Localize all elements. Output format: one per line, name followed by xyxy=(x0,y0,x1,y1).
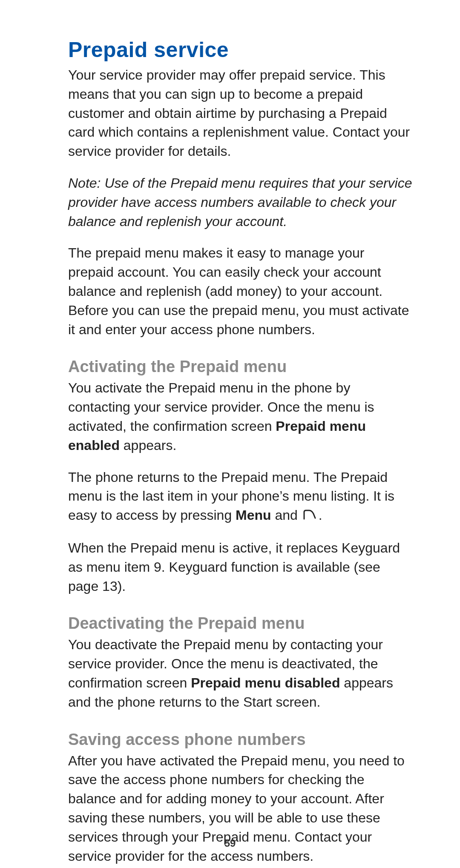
page-number: 59 xyxy=(0,837,460,849)
activating-p3: When the Prepaid menu is active, it repl… xyxy=(68,539,412,596)
heading-activating: Activating the Prepaid menu xyxy=(68,358,412,376)
bold-text: Prepaid menu disabled xyxy=(191,675,340,690)
up-arrow-icon xyxy=(303,507,317,526)
overview-paragraph: The prepaid menu makes it easy to manage… xyxy=(68,243,412,339)
heading-saving: Saving access phone numbers xyxy=(68,730,412,749)
document-page: Prepaid service Your service provider ma… xyxy=(0,0,460,868)
intro-paragraph: Your service provider may offer prepaid … xyxy=(68,66,412,161)
heading-deactivating: Deactivating the Prepaid menu xyxy=(68,614,412,633)
activating-p1: You activate the Prepaid menu in the pho… xyxy=(68,378,412,455)
activating-p2: The phone returns to the Prepaid menu. T… xyxy=(68,468,412,526)
note-paragraph: Note: Use of the Prepaid menu requires t… xyxy=(68,174,412,231)
page-title: Prepaid service xyxy=(68,37,412,62)
bold-text: Menu xyxy=(236,507,271,523)
text: and xyxy=(271,507,302,523)
text: . xyxy=(319,507,322,523)
text: The phone returns to the Prepaid menu. T… xyxy=(68,470,394,523)
deactivating-p1: You deactivate the Prepaid menu by conta… xyxy=(68,635,412,711)
text: appears. xyxy=(120,438,176,453)
